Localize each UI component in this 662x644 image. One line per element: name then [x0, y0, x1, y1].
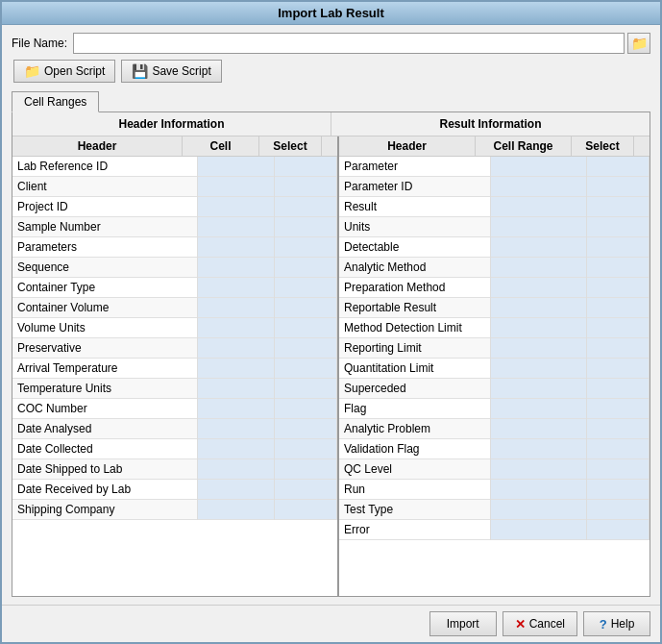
right-row-cellrange[interactable]: [491, 298, 587, 318]
left-row-cell[interactable]: [198, 480, 275, 500]
tab-content: Header Information Result Information He…: [12, 111, 650, 597]
right-row-cellrange[interactable]: [491, 177, 587, 197]
left-row-select[interactable]: [275, 278, 337, 298]
right-row-select[interactable]: [587, 379, 650, 399]
right-row-cellrange[interactable]: [491, 379, 587, 399]
file-input[interactable]: [73, 33, 625, 54]
left-row-cell[interactable]: [198, 278, 275, 298]
left-table-scroll[interactable]: Lab Reference ID Client Project ID Sampl…: [12, 157, 337, 596]
left-row-select[interactable]: [275, 439, 337, 459]
left-row-select[interactable]: [275, 298, 337, 318]
left-row-cell[interactable]: [198, 237, 275, 258]
left-row-cell[interactable]: [198, 217, 275, 237]
right-row-select[interactable]: [587, 480, 650, 500]
right-row-select[interactable]: [587, 217, 650, 237]
left-row-select[interactable]: [275, 217, 337, 237]
right-row-select[interactable]: [587, 298, 650, 318]
left-row-cell[interactable]: [198, 318, 275, 338]
left-row-cell[interactable]: [198, 157, 275, 177]
right-row-label: Result: [339, 197, 491, 217]
left-row-cell[interactable]: [198, 379, 275, 399]
right-row-cellrange[interactable]: [491, 338, 587, 359]
left-row-cell[interactable]: [198, 197, 275, 217]
right-row-cellrange[interactable]: [491, 217, 587, 237]
right-table-row: Superceded: [339, 379, 650, 399]
right-row-select[interactable]: [587, 359, 650, 379]
left-row-cell[interactable]: [198, 439, 275, 459]
left-row-select[interactable]: [275, 177, 337, 197]
left-row-select[interactable]: [275, 500, 337, 520]
right-row-select[interactable]: [587, 258, 650, 278]
save-script-label: Save Script: [152, 64, 210, 78]
left-row-select[interactable]: [275, 399, 337, 419]
right-row-select[interactable]: [587, 459, 650, 480]
right-row-select[interactable]: [587, 338, 650, 359]
cancel-button[interactable]: ✕ Cancel: [503, 611, 577, 636]
left-row-label: Sequence: [12, 258, 198, 278]
right-row-select[interactable]: [587, 500, 650, 520]
left-row-select[interactable]: [275, 359, 337, 379]
left-table-row: Sequence: [12, 258, 337, 278]
right-row-cellrange[interactable]: [491, 459, 587, 480]
right-row-select[interactable]: [587, 177, 650, 197]
right-row-label: Flag: [339, 399, 491, 419]
right-row-cellrange[interactable]: [491, 318, 587, 338]
left-row-cell[interactable]: [198, 419, 275, 439]
left-row-cell[interactable]: [198, 459, 275, 480]
right-row-cellrange[interactable]: [491, 359, 587, 379]
open-script-button[interactable]: 📁 Open Script: [13, 60, 115, 83]
help-button[interactable]: ? Help: [583, 611, 650, 636]
right-row-label: Detectable: [339, 237, 491, 258]
right-row-select[interactable]: [587, 419, 650, 439]
left-row-label: Sample Number: [12, 217, 198, 237]
left-row-select[interactable]: [275, 318, 337, 338]
left-row-cell[interactable]: [198, 177, 275, 197]
import-button[interactable]: Import: [429, 611, 497, 636]
right-row-select[interactable]: [587, 278, 650, 298]
left-row-cell[interactable]: [198, 359, 275, 379]
right-row-select[interactable]: [587, 197, 650, 217]
right-row-select[interactable]: [587, 439, 650, 459]
left-row-cell[interactable]: [198, 500, 275, 520]
right-row-select[interactable]: [587, 399, 650, 419]
left-col-header-header: Header: [12, 136, 183, 156]
right-row-cellrange[interactable]: [491, 500, 587, 520]
right-row-cellrange[interactable]: [491, 258, 587, 278]
right-col-header-header: Header: [339, 136, 476, 156]
right-row-select[interactable]: [587, 157, 650, 177]
file-browse-button[interactable]: 📁: [627, 33, 650, 54]
right-row-cellrange[interactable]: [491, 399, 587, 419]
right-row-cellrange[interactable]: [491, 157, 587, 177]
left-row-select[interactable]: [275, 419, 337, 439]
right-row-cellrange[interactable]: [491, 520, 587, 540]
right-row-select[interactable]: [587, 318, 650, 338]
left-row-cell[interactable]: [198, 258, 275, 278]
right-row-select[interactable]: [587, 237, 650, 258]
right-row-cellrange[interactable]: [491, 419, 587, 439]
left-row-select[interactable]: [275, 157, 337, 177]
left-row-select[interactable]: [275, 480, 337, 500]
left-row-cell[interactable]: [198, 399, 275, 419]
left-section-title: Header Information: [12, 112, 331, 136]
left-row-select[interactable]: [275, 379, 337, 399]
left-row-label: Temperature Units: [12, 379, 198, 399]
right-row-select[interactable]: [587, 520, 650, 540]
left-row-select[interactable]: [275, 197, 337, 217]
save-script-button[interactable]: 💾 Save Script: [121, 60, 221, 83]
left-row-select[interactable]: [275, 338, 337, 359]
right-table-scroll[interactable]: Parameter Parameter ID Result Units Dete…: [339, 157, 650, 596]
right-row-cellrange[interactable]: [491, 237, 587, 258]
left-row-cell[interactable]: [198, 298, 275, 318]
left-row-select[interactable]: [275, 459, 337, 480]
right-table-row: Error: [339, 520, 650, 540]
left-row-cell[interactable]: [198, 338, 275, 359]
right-row-cellrange[interactable]: [491, 480, 587, 500]
left-row-select[interactable]: [275, 258, 337, 278]
left-row-label: Arrival Temperature: [12, 359, 198, 379]
right-row-cellrange[interactable]: [491, 197, 587, 217]
right-row-cellrange[interactable]: [491, 439, 587, 459]
left-row-select[interactable]: [275, 237, 337, 258]
right-row-cellrange[interactable]: [491, 278, 587, 298]
tab-cell-ranges[interactable]: Cell Ranges: [12, 91, 99, 112]
dialog-title: Import Lab Result: [2, 2, 660, 25]
